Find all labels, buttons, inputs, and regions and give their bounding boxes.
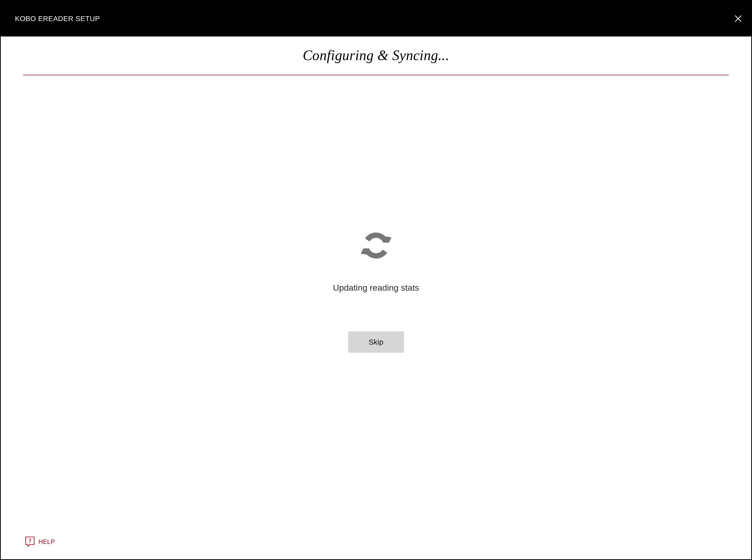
sync-status-block: Updating reading stats Skip: [23, 75, 729, 559]
help-button[interactable]: ? HELP: [25, 537, 55, 547]
setup-window: KOBO EREADER SETUP Configuring & Syncing…: [0, 0, 752, 560]
svg-text:?: ?: [28, 537, 31, 544]
titlebar: KOBO EREADER SETUP: [1, 1, 751, 37]
page-heading: Configuring & Syncing...: [23, 47, 729, 63]
close-button[interactable]: [732, 13, 744, 25]
help-icon: ?: [25, 537, 35, 547]
window-title: KOBO EREADER SETUP: [15, 15, 100, 23]
close-icon: [734, 15, 742, 22]
skip-button[interactable]: Skip: [348, 332, 404, 353]
sync-icon: [356, 225, 396, 266]
content-area: Configuring & Syncing... Updating readin…: [1, 37, 751, 559]
status-text: Updating reading stats: [333, 283, 419, 293]
help-label: HELP: [39, 538, 55, 545]
